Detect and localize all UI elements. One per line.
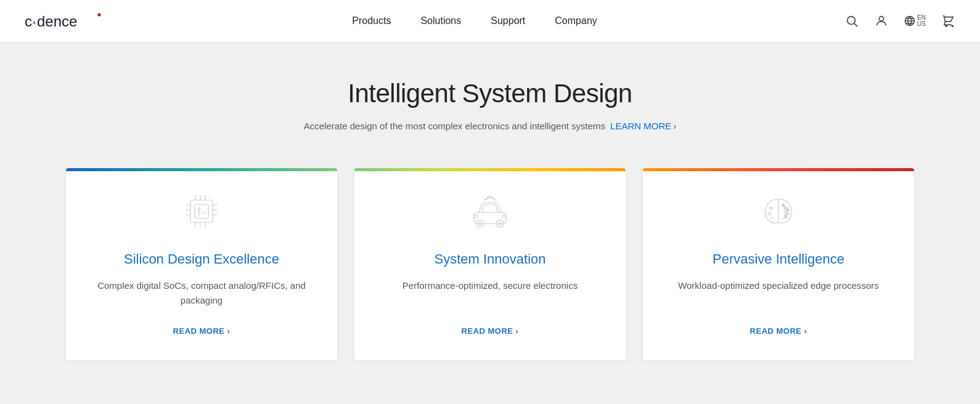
logo-svg: c ā dence: [25, 10, 105, 32]
hero-subtitle: Accelerate design of the most complex el…: [25, 121, 955, 131]
card-system-read-more-label: READ MORE: [462, 326, 513, 336]
svg-text:dence: dence: [37, 13, 77, 30]
card-intelligence-read-more-label: READ MORE: [750, 326, 802, 336]
card-intelligence-read-more[interactable]: READ MORE ›: [750, 326, 807, 336]
language-selector[interactable]: ENUS: [904, 15, 926, 27]
svg-rect-35: [474, 215, 478, 217]
card-intelligence-icon-area: [643, 171, 914, 251]
card-system-title: System Innovation: [416, 251, 565, 267]
card-silicon-title: Silicon Design Excellence: [105, 251, 298, 267]
nav-products[interactable]: Products: [352, 15, 391, 26]
hero-section: Intelligent System Design Accelerate des…: [0, 42, 980, 156]
nav-company[interactable]: Company: [555, 15, 597, 26]
card-system-read-more-arrow: ›: [516, 326, 519, 336]
svg-text:ā: ā: [33, 20, 36, 25]
svg-line-5: [854, 23, 857, 26]
language-label: ENUS: [917, 15, 926, 27]
svg-point-12: [952, 25, 953, 26]
nav-solutions[interactable]: Solutions: [420, 15, 461, 26]
card-system-read-more[interactable]: READ MORE ›: [462, 326, 519, 336]
site-header: c ā dence Products Solutions Support Com…: [0, 0, 980, 42]
card-system: System Innovation Performance-optimized,…: [354, 168, 626, 360]
svg-text:c: c: [25, 13, 32, 30]
car-icon: [465, 187, 515, 236]
card-silicon-read-more[interactable]: READ MORE ›: [173, 326, 231, 336]
logo[interactable]: c ā dence: [25, 10, 105, 32]
hero-title: Intelligent System Design: [25, 79, 955, 108]
cart-icon[interactable]: [941, 14, 955, 28]
learn-more-label: LEARN MORE: [610, 121, 671, 131]
card-system-icon-area: [354, 171, 626, 251]
cards-section: Silicon Design Excellence Complex digita…: [0, 156, 980, 397]
svg-rect-30: [474, 212, 506, 224]
card-silicon-icon-area: [66, 171, 337, 251]
card-intelligence: Pervasive Intelligence Workload-optimize…: [643, 168, 914, 360]
learn-more-arrow: ›: [673, 121, 676, 131]
search-icon[interactable]: [844, 14, 859, 28]
card-silicon-desc: Complex digital SoCs, compact analog/RFI…: [66, 278, 337, 308]
account-icon[interactable]: [874, 14, 889, 28]
card-silicon-read-more-arrow: ›: [227, 326, 231, 336]
brain-icon: [754, 187, 803, 236]
svg-point-3: [98, 14, 101, 17]
card-intelligence-title: Pervasive Intelligence: [694, 251, 863, 267]
hero-subtitle-text: Accelerate design of the most complex el…: [304, 121, 605, 131]
svg-rect-13: [190, 200, 213, 222]
card-silicon-read-more-label: READ MORE: [173, 326, 225, 336]
svg-point-6: [879, 17, 883, 21]
svg-point-4: [847, 17, 855, 25]
main-nav: Products Solutions Support Company: [352, 15, 597, 26]
card-intelligence-read-more-arrow: ›: [804, 326, 807, 336]
card-system-desc: Performance-optimized, secure electronic…: [378, 278, 602, 308]
chip-icon: [177, 187, 226, 236]
card-silicon: Silicon Design Excellence Complex digita…: [66, 168, 337, 360]
nav-support[interactable]: Support: [491, 15, 525, 26]
header-icons: ENUS: [844, 14, 955, 28]
svg-rect-14: [195, 204, 208, 218]
svg-rect-36: [502, 215, 506, 217]
svg-point-11: [945, 25, 947, 26]
card-intelligence-desc: Workload-optimized specialized edge proc…: [653, 278, 904, 308]
learn-more-link[interactable]: LEARN MORE ›: [610, 121, 676, 131]
